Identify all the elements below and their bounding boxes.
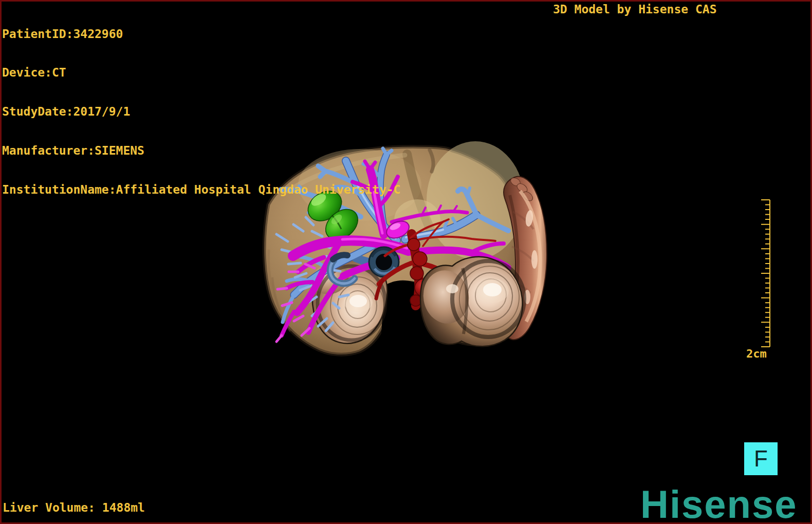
cas-3d-viewer-window: PatientID:3422960 Device:CT StudyDate:20…: [0, 0, 812, 524]
patient-id-line: PatientID:3422960: [2, 28, 400, 41]
liver-volume-readout: Liver Volume: 1488ml: [3, 501, 145, 514]
device-line: Device:CT: [2, 66, 400, 79]
institution-line: InstitutionName:Affiliated Hospital Qing…: [2, 183, 400, 196]
hisense-logo: Hisense: [640, 485, 798, 524]
study-date-line: StudyDate:2017/9/1: [2, 105, 400, 118]
patient-info-overlay: PatientID:3422960 Device:CT StudyDate:20…: [2, 2, 400, 222]
watermark-title: 3D Model by Hisense CAS: [553, 3, 717, 16]
manufacturer-line: Manufacturer:SIEMENS: [2, 144, 400, 157]
scale-label: 2cm: [746, 347, 767, 360]
orientation-marker-f: F: [744, 442, 778, 475]
